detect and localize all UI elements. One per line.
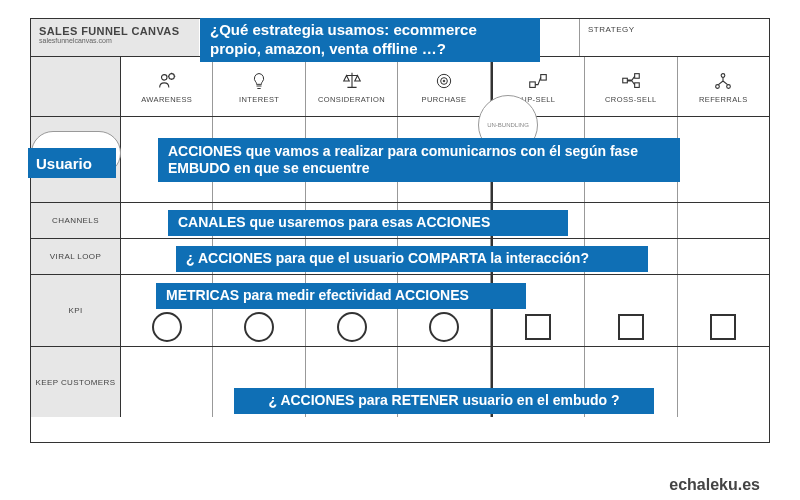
svg-rect-8 (634, 73, 639, 78)
col-label: REFERRALS (699, 95, 748, 104)
svg-rect-7 (623, 78, 628, 83)
overlay-usuario: Usuario (28, 148, 116, 178)
svg-point-1 (169, 73, 175, 79)
kpi-marker-square (710, 314, 736, 340)
overlay-metricas: METRICAS para medir efectividad ACCIONES (156, 283, 526, 309)
crosssell-icon (620, 70, 642, 92)
scales-icon (341, 70, 363, 92)
kpi-marker-circle (244, 312, 274, 342)
col-label: INTEREST (239, 95, 279, 104)
col-label: CONSIDERATION (318, 95, 385, 104)
svg-point-12 (721, 73, 725, 77)
footer-credit: echaleku.es (669, 476, 760, 494)
row-label-gutter (31, 57, 121, 116)
col-crosssell: CROSS-SELL (585, 57, 677, 116)
col-label: CROSS-SELL (605, 95, 657, 104)
svg-rect-6 (541, 74, 547, 80)
kpi-marker-circle (152, 312, 182, 342)
col-interest: INTEREST (213, 57, 305, 116)
overlay-acciones: ACCIONES que vamos a realizar para comun… (158, 138, 680, 182)
overlay-viral: ¿ ACCIONES para que el usuario COMPARTA … (176, 246, 648, 272)
canvas-title: SALES FUNNEL CANVAS (39, 25, 191, 37)
overlay-canales: CANALES que usaremos para esas ACCIONES (168, 210, 568, 236)
col-awareness: AWARENESS (121, 57, 213, 116)
columns: AWARENESS INTEREST CONSIDERATION PURCHAS… (121, 57, 769, 116)
row-label-kpi: KPI (31, 275, 121, 346)
svg-rect-9 (634, 82, 639, 87)
col-consideration: CONSIDERATION (306, 57, 398, 116)
row-label-keep: KEEP CUSTOMERS (31, 347, 121, 417)
strategy-cell: STRATEGY (579, 19, 769, 56)
col-purchase: PURCHASE (398, 57, 490, 116)
canvas-subtitle: salesfunnelcanvas.com (39, 37, 191, 44)
svg-point-10 (716, 84, 720, 88)
svg-rect-5 (530, 81, 536, 87)
strategy-label: STRATEGY (588, 25, 635, 34)
col-referrals: REFERRALS (678, 57, 769, 116)
svg-point-11 (727, 84, 731, 88)
header-left: SALES FUNNEL CANVAS salesfunnelcanvas.co… (31, 19, 199, 56)
col-label: AWARENESS (141, 95, 192, 104)
gear-person-icon (156, 70, 178, 92)
kpi-marker-square (525, 314, 551, 340)
overlay-retener: ¿ ACCIONES para RETENER usuario en el em… (234, 388, 654, 414)
svg-point-4 (443, 80, 445, 82)
column-header-row: AWARENESS INTEREST CONSIDERATION PURCHAS… (31, 57, 769, 117)
referrals-icon (712, 70, 734, 92)
kpi-marker-circle (337, 312, 367, 342)
lightbulb-icon (248, 70, 270, 92)
kpi-marker-square (618, 314, 644, 340)
svg-point-0 (161, 74, 167, 80)
overlay-strategy-question: ¿Qué estrategia usamos: ecommerce propio… (200, 18, 540, 62)
col-label: PURCHASE (422, 95, 467, 104)
kpi-marker-circle (429, 312, 459, 342)
row-label-channels: CHANNELS (31, 203, 121, 238)
upsell-icon (527, 70, 549, 92)
row-label-viral: VIRAL LOOP (31, 239, 121, 274)
target-icon (433, 70, 455, 92)
